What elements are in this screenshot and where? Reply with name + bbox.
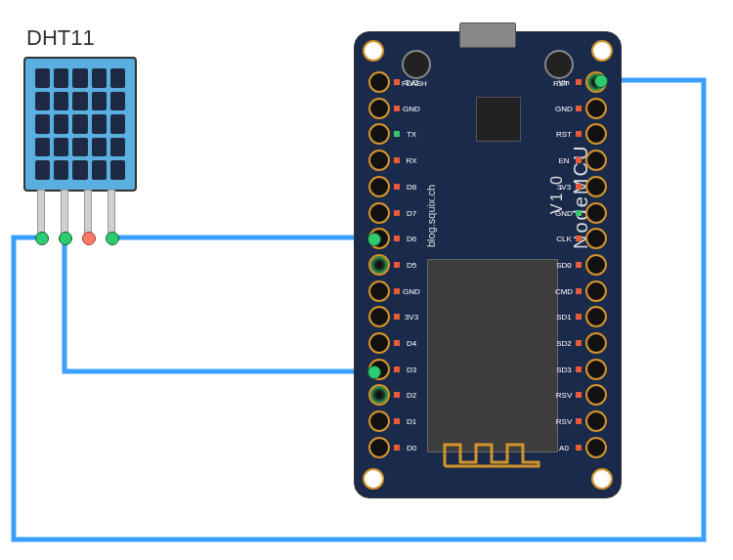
pin-3v3: 3V3 (368, 71, 390, 93)
solder-dot (367, 366, 381, 379)
mount-hole (591, 468, 613, 490)
pin-3v3: 3V3 (368, 306, 390, 327)
board-blog-label: blog.squix.ch (425, 185, 437, 247)
rst-button[interactable] (544, 50, 574, 79)
pin-a0: A0 (585, 437, 607, 458)
wiring-diagram: { "sensor": { "label": "DHT11", "pins": … (0, 0, 733, 560)
mount-hole (363, 468, 384, 490)
pin-sd1: SD1 (585, 306, 607, 327)
pin-sd2: SD2 (585, 332, 607, 354)
usb-chip (476, 97, 521, 142)
pin-tx: TX (368, 123, 390, 145)
pin-rsv: RSV (585, 384, 607, 406)
pin-en: EN (585, 150, 607, 171)
antenna-icon (443, 439, 540, 468)
usb-connector (459, 22, 516, 48)
pin-d7: D7 (368, 202, 390, 224)
solder-dot (594, 74, 608, 88)
pin-rx: RX (368, 150, 390, 171)
pin-d4: D4 (368, 332, 390, 354)
pin-d2: D2 (368, 384, 390, 406)
pin-d0: D0 (368, 437, 390, 458)
solder-dot (106, 232, 119, 245)
solder-dot-nc (82, 232, 96, 245)
pin-sd0: SD0 (585, 254, 607, 276)
solder-dot (367, 233, 381, 246)
pin-rsv: RSV (585, 410, 607, 432)
dht11-label: DHT11 (26, 25, 95, 51)
pin-column-right: Vin GND RST EN 3V3 GND CLK SD0 CMD SD1 S… (585, 71, 607, 458)
pin-d5: D5 (368, 254, 390, 276)
flash-button[interactable] (402, 50, 431, 79)
pin-rst: RST (585, 123, 607, 145)
solder-dot (35, 232, 49, 245)
pin-d1: D1 (368, 410, 390, 432)
pin-cmd: CMD (585, 280, 607, 302)
pin-gnd: GND (368, 280, 390, 302)
esp8266-chip (427, 259, 558, 452)
dht11-sensor (23, 57, 137, 192)
pin-column-left: 3V3 GND TX RX D8 D7 D6 D5 GND 3V3 D4 D3 … (368, 71, 390, 458)
pin-sd3: SD3 (585, 359, 607, 380)
solder-dot (59, 232, 72, 245)
pin-3v3: 3V3 (585, 176, 607, 197)
pin-clk: CLK (585, 228, 607, 249)
mount-hole (591, 40, 613, 62)
pin-gnd: GND (585, 98, 607, 119)
pin-gnd: GND (585, 202, 607, 224)
dht11-grill (35, 68, 125, 180)
mount-hole (363, 40, 384, 62)
pin-gnd: GND (368, 98, 390, 119)
nodemcu-board: FLASH RST blog.squix.ch NodeMCU V1.0 3V3… (354, 31, 622, 498)
pin-d8: D8 (368, 176, 390, 197)
